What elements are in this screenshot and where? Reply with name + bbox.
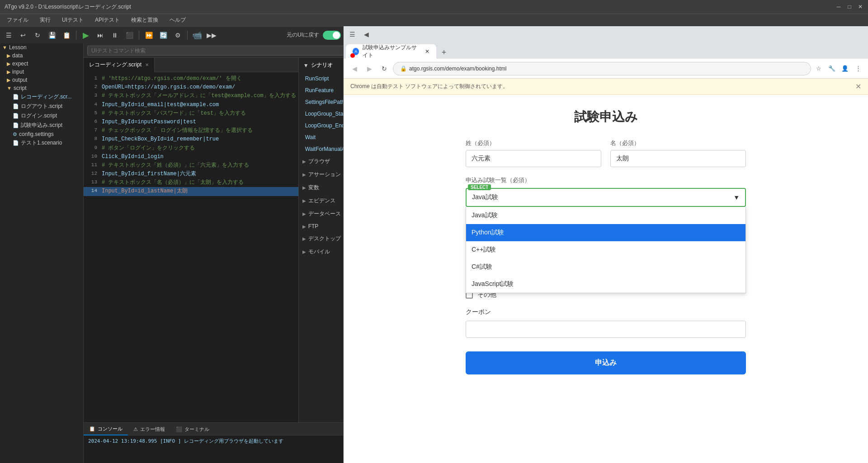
toolbar-repeat-btn[interactable]: 🔄 [157, 29, 170, 42]
profile-btn[interactable]: 👤 [840, 63, 850, 74]
scenario-loopgroup-start[interactable]: LoopGroup_Start [301, 108, 343, 119]
browser-tab-close[interactable]: ✕ [425, 48, 429, 55]
console-tab-console[interactable]: 📋 コンソール [84, 423, 128, 435]
extension-btn[interactable]: 🔧 [826, 63, 837, 74]
tree-root-lesson[interactable]: ▼ Lesson [0, 43, 83, 51]
browser-menu-icon[interactable]: ⋮ [853, 63, 863, 74]
forward-btn[interactable]: ▶ [363, 62, 376, 75]
menu-help[interactable]: ヘルプ [165, 15, 190, 25]
scenario-runscript[interactable]: RunScript [301, 73, 343, 84]
menu-file[interactable]: ファイル [2, 15, 33, 25]
menu-ui-test[interactable]: UIテスト [57, 15, 88, 25]
tree-recording-script[interactable]: 📄 レコーディング.scr... [0, 92, 83, 102]
first-name-group: 名（必須） [610, 139, 746, 167]
tab-close-btn[interactable]: ✕ [145, 62, 149, 67]
name-row: 姓（必須） 名（必須） [466, 139, 746, 167]
first-name-label: 名（必須） [610, 139, 746, 147]
minimize-button[interactable]: ─ [835, 4, 842, 10]
code-line-13: 13 # テキストボックス「名（必須）」に「太朗」を入力する [84, 178, 298, 187]
section-ftp[interactable]: ▶ FTP [299, 220, 343, 232]
tree-expect-folder[interactable]: ▶ expect [0, 60, 83, 68]
editor-tabs: レコーディング.script ✕ [84, 58, 298, 72]
maximize-button[interactable]: □ [846, 4, 853, 10]
address-bar[interactable]: 🔒 atgo.rgsis.com/demo/exam/booking.html [393, 62, 811, 75]
coupon-section: クーポン [466, 308, 746, 338]
tree-exam-script[interactable]: 📄 試験申込み.script [0, 121, 83, 130]
controlled-banner-text: Chrome は自動テスト ソフトウェアによって制御されています。 [350, 83, 508, 90]
tree-config-settings[interactable]: ⚙ config.settings [0, 130, 83, 138]
submit-button[interactable]: 申込み [466, 351, 746, 374]
browser-tabs-bar: A 試験申込みサンプルサイト ✕ + [344, 42, 868, 59]
editor-tab-recording[interactable]: レコーディング.script ✕ [84, 58, 155, 72]
code-line-2: 2 OpenURL=https://atgo.rgsis.com/demo/ex… [84, 83, 298, 92]
toolbar-copy-btn[interactable]: 📋 [60, 29, 73, 42]
code-line-8: 8 Input_CheckBox_ById=id_remember|true [84, 135, 298, 144]
close-button[interactable]: ✕ [857, 4, 863, 10]
last-name-input[interactable] [466, 150, 601, 167]
ide-toolbar: ☰ ↩ ↻ 💾 📋 ▶ ⏭ ⏸ ⬛ ⏩ 🔄 ⚙ 📹 ▶▶ 元のUIに戻す [0, 26, 343, 43]
exam-select-current[interactable]: Java試験 ▼ [466, 188, 746, 207]
option-csharp[interactable]: C#試験 [466, 258, 745, 276]
toolbar-folder-btn[interactable]: ☰ [2, 29, 15, 42]
toolbar-settings-btn[interactable]: ⚙ [171, 29, 184, 42]
console-log: 2024-04-12 13:19:48.995 [INFO ] レコーディング用… [84, 435, 343, 463]
toolbar-record-btn[interactable]: 📹 [191, 29, 203, 42]
bookmark-btn[interactable]: ☆ [813, 63, 824, 74]
menu-api-test[interactable]: APIテスト [90, 15, 124, 25]
select-chevron-icon: ▼ [733, 194, 740, 201]
toolbar-stop-btn[interactable]: ⬛ [123, 29, 136, 42]
toolbar-debug-btn[interactable]: ⏩ [142, 29, 155, 42]
toolbar-save-btn[interactable]: 💾 [46, 29, 58, 42]
banner-close-btn[interactable]: ✕ [855, 82, 861, 91]
toolbar-more-btn[interactable]: ▶▶ [205, 29, 218, 42]
toolbar-play-btn[interactable]: ▶ [80, 29, 92, 42]
new-tab-btn[interactable]: + [438, 46, 450, 59]
option-python[interactable]: Python試験 [466, 224, 745, 241]
first-name-input[interactable] [610, 150, 746, 167]
refresh-btn[interactable]: ↻ [378, 62, 391, 75]
code-line-6: 6 Input_ById=inputPassword|test [84, 118, 298, 126]
scenario-runfeature[interactable]: RunFeature [301, 85, 343, 96]
section-variables[interactable]: ▶ 変数 [299, 181, 343, 194]
tree-output-folder[interactable]: ▶ output [0, 76, 83, 84]
code-editor[interactable]: 1 # 'https://atgo.rgsis.com/demo/exam/' … [84, 72, 298, 422]
browser-menu-btn[interactable]: ◀ [360, 28, 373, 41]
section-assertion[interactable]: ▶ アサーション [299, 168, 343, 181]
scenario-settingsfilepath[interactable]: SettingsFilePath [301, 97, 343, 108]
back-btn[interactable]: ◀ [348, 62, 361, 75]
section-desktop[interactable]: ▶ デスクトップ [299, 232, 343, 245]
scenario-waitformanualaction[interactable]: WaitForManualAction [301, 144, 343, 154]
console-tab-error[interactable]: ⚠ エラー情報 [128, 423, 170, 435]
toolbar-back-btn[interactable]: ↩ [17, 29, 29, 42]
tree-script-folder[interactable]: ▼ script [0, 84, 83, 92]
menu-find-replace[interactable]: 検索と置換 [127, 15, 163, 25]
menu-run[interactable]: 実行 [35, 15, 55, 25]
toolbar-refresh-btn[interactable]: ↻ [31, 29, 44, 42]
console-tab-terminal[interactable]: ⬛ ターミナル [170, 423, 215, 435]
code-line-4: 4 Input_ById=id_email|test@example.com [84, 101, 298, 109]
toolbar-step-btn[interactable]: ⏭ [94, 29, 107, 42]
exam-list-label: 申込み試験一覧（必須） [466, 176, 746, 184]
option-java[interactable]: Java試験 [466, 207, 745, 224]
tree-logout-script[interactable]: 📄 ログアウト.script [0, 102, 83, 111]
section-mobile[interactable]: ▶ モバイル [299, 245, 343, 258]
coupon-input[interactable] [466, 321, 746, 338]
tree-login-script[interactable]: 📄 ログイン.script [0, 111, 83, 121]
option-javascript[interactable]: JavaScript試験 [466, 276, 745, 293]
browser-tab-exam[interactable]: A 試験申込みサンプルサイト ✕ [346, 44, 436, 59]
scenario-loopgroup-end[interactable]: LoopGroup_End [301, 120, 343, 131]
section-database[interactable]: ▶ データベース [299, 207, 343, 220]
search-input[interactable] [87, 46, 343, 56]
tree-test1-scenario[interactable]: 📄 テスト1.scenario [0, 138, 83, 148]
option-cpp[interactable]: C++試験 [466, 241, 745, 258]
code-line-7: 7 # チェックボックス「 ログイン情報を記憶する」を選択する [84, 126, 298, 135]
browser-sidebar-btn[interactable]: ☰ [346, 28, 359, 41]
tree-input-folder[interactable]: ▶ input [0, 68, 83, 76]
tree-data-folder[interactable]: ▶ data [0, 51, 83, 60]
recording-indicator [350, 53, 355, 58]
toolbar-pause-btn[interactable]: ⏸ [108, 29, 121, 42]
return-to-ui-toggle[interactable] [323, 31, 341, 40]
scenario-wait[interactable]: Wait [301, 132, 343, 143]
section-evidence[interactable]: ▶ エビデンス [299, 194, 343, 207]
section-browser[interactable]: ▶ ブラウザ [299, 155, 343, 168]
